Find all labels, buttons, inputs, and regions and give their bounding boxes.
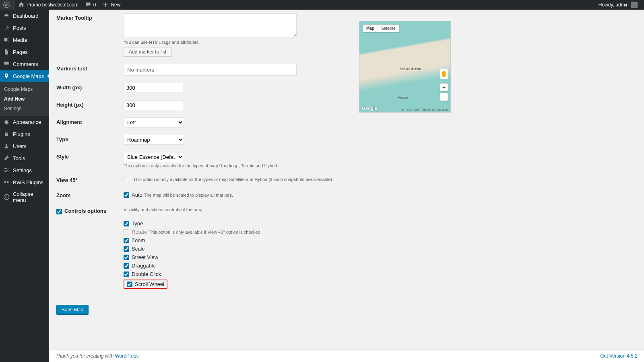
map-preview[interactable]: Map Satellite United States Mexico + − G… [359, 21, 451, 113]
map-footer-links: Terms of Use Report a map error [400, 108, 449, 111]
ctrl-scrollwheel-checkbox[interactable] [127, 282, 132, 287]
google-maps-submenu: Google Maps Add New Settings [0, 82, 49, 116]
map-report-link[interactable]: Report a map error [421, 108, 449, 111]
ctrl-draggable-label: Draggable [132, 263, 156, 269]
ctrl-rotate-hint: This option is only available if View 45… [149, 230, 260, 234]
wp-logo-menu[interactable] [0, 0, 15, 10]
markers-list-box[interactable]: No markers [124, 64, 297, 76]
comments-icon [3, 61, 10, 67]
ctrl-type-label: Type [132, 220, 143, 226]
width-input[interactable] [124, 83, 184, 93]
svg-point-2 [7, 181, 9, 183]
alignment-select[interactable]: Left [124, 117, 184, 128]
plugin-icon [3, 131, 10, 137]
zoom-out-button[interactable]: − [440, 93, 448, 101]
view45-checkbox [124, 177, 129, 182]
marker-tooltip-label: Marker Tooltip [56, 13, 124, 57]
page-icon [3, 49, 10, 55]
dashboard-icon [3, 12, 10, 19]
comments-link[interactable]: 0 [82, 0, 99, 10]
sidebar-item-media[interactable]: Media [0, 34, 49, 46]
map-label-us: United States [400, 67, 421, 70]
sidebar-item-bws-plugins[interactable]: BWS Plugins [0, 176, 49, 188]
main-content: Map Satellite United States Mexico + − G… [49, 10, 644, 331]
ctrl-streetview-checkbox[interactable] [124, 255, 129, 260]
sidebar-item-settings[interactable]: Settings [0, 164, 49, 176]
submenu-google-maps[interactable]: Google Maps [0, 84, 49, 94]
media-icon [3, 37, 10, 43]
submenu-add-new[interactable]: Add New [0, 94, 49, 104]
sidebar-item-tools[interactable]: Tools [0, 152, 49, 164]
map-marker-icon [3, 73, 10, 79]
zoom-hint: The map will be scaled to display all ma… [144, 193, 233, 197]
ctrl-rotate-checkbox [124, 229, 129, 235]
map-type-switch: Map Satellite [363, 25, 399, 32]
ctrl-streetview-label: Street View [132, 254, 158, 260]
comment-icon [85, 2, 91, 8]
map-label-mexico: Mexico [398, 96, 408, 99]
pin-icon [3, 25, 10, 31]
submenu-settings[interactable]: Settings [0, 104, 49, 113]
home-icon [18, 2, 25, 8]
type-select[interactable]: Roadmap [124, 135, 184, 145]
bws-icon [3, 179, 10, 185]
save-map-button[interactable]: Save Map [56, 305, 89, 315]
ctrl-draggable-checkbox[interactable] [124, 263, 129, 269]
add-marker-button[interactable]: Add marker to list [124, 47, 171, 57]
ctrl-scale-checkbox[interactable] [124, 246, 129, 252]
height-input[interactable] [124, 100, 184, 110]
sidebar-item-plugins[interactable]: Plugins [0, 128, 49, 140]
comments-count: 0 [93, 2, 96, 8]
zoom-auto-checkbox[interactable] [124, 192, 129, 198]
collapse-icon [3, 194, 10, 200]
style-hint: This option is only available for the ty… [124, 163, 637, 168]
admin-sidebar: Dashboard Posts Media Pages Comments Goo… [0, 10, 49, 331]
site-name-link[interactable]: Promo bestwebsoft.com [15, 0, 82, 10]
sidebar-item-pages[interactable]: Pages [0, 46, 49, 58]
pegman-control[interactable] [440, 69, 448, 79]
howdy-text: Howdy, admin [599, 2, 629, 8]
zoom-auto-label: Auto [132, 192, 142, 198]
ctrl-zoom-label: Zoom [132, 237, 145, 243]
type-label: Type [56, 135, 124, 145]
zoom-in-button[interactable]: + [440, 83, 448, 91]
ctrl-type-checkbox[interactable] [124, 221, 129, 226]
sidebar-item-google-maps[interactable]: Google Maps [0, 70, 49, 82]
sidebar-item-posts[interactable]: Posts [0, 22, 49, 34]
zoom-label: Zoom [56, 191, 124, 199]
google-logo: Google [362, 106, 377, 111]
ctrl-scrollwheel-label: Scroll Wheel [135, 281, 164, 287]
sidebar-item-users[interactable]: Users [0, 140, 49, 152]
sidebar-item-appearance[interactable]: Appearance [0, 116, 49, 128]
height-label: Height (px) [56, 100, 124, 110]
new-content-link[interactable]: New [99, 0, 124, 10]
admin-topbar: Promo bestwebsoft.com 0 New Howdy, admin [0, 0, 644, 10]
new-label: New [111, 2, 120, 8]
map-type-map[interactable]: Map [363, 25, 378, 32]
style-select[interactable]: Blue Essence (Default) [124, 152, 184, 162]
settings-icon [3, 167, 10, 173]
pegman-icon [442, 71, 446, 77]
map-preview-container: Map Satellite United States Mexico + − G… [359, 21, 451, 113]
controls-options-checkbox[interactable] [56, 209, 62, 214]
scroll-wheel-highlight: Scroll Wheel [124, 280, 167, 289]
alignment-label: Alignment [56, 117, 124, 128]
sidebar-item-comments[interactable]: Comments [0, 58, 49, 70]
map-type-satellite[interactable]: Satellite [378, 25, 399, 32]
markers-list-label: Markers List [56, 64, 124, 76]
avatar [631, 2, 638, 8]
sidebar-item-dashboard[interactable]: Dashboard [0, 10, 49, 22]
plus-icon [102, 2, 109, 8]
ctrl-rotate-label: Rotate [132, 229, 147, 235]
ctrl-doubleclick-checkbox[interactable] [124, 272, 129, 277]
appearance-icon [3, 119, 10, 125]
controls-options-label: Controls options [64, 208, 106, 214]
style-label: Style [56, 152, 124, 168]
map-terms-link[interactable]: Terms of Use [400, 108, 419, 111]
width-label: Width (px) [56, 83, 124, 93]
howdy-account[interactable]: Howdy, admin [595, 0, 641, 10]
sidebar-collapse[interactable]: Collapse menu [0, 188, 49, 206]
ctrl-zoom-checkbox[interactable] [124, 238, 129, 243]
users-icon [3, 143, 10, 149]
marker-tooltip-textarea[interactable] [124, 13, 297, 37]
